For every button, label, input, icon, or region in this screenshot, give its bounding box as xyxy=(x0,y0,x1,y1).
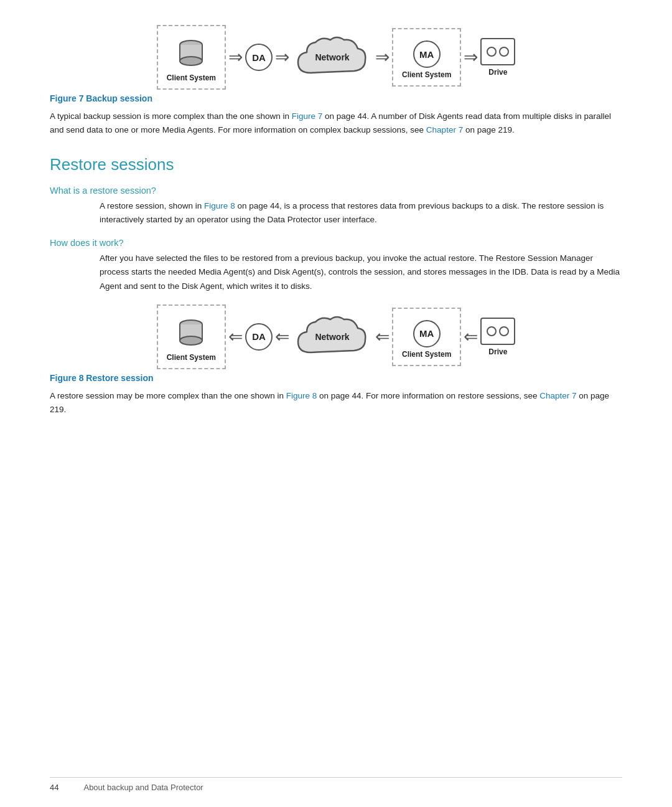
network-label-1: Network xyxy=(315,52,349,62)
drive-1: Drive xyxy=(480,38,515,77)
cloud-wrap-1: Network xyxy=(292,32,373,82)
arrow-8: ⇐ xyxy=(464,328,478,346)
client-system-label-4: Client System xyxy=(402,350,451,359)
drive-icon-1 xyxy=(480,38,515,65)
drive-label-1: Drive xyxy=(488,68,507,77)
fig8-text2: on page 44. For more information on rest… xyxy=(317,391,537,400)
chapter7-link-1[interactable]: Chapter 7 xyxy=(426,125,463,134)
drive-circle-3 xyxy=(487,326,497,336)
what-is-body: A restore session, shown in Figure 8 on … xyxy=(100,199,622,227)
figure8-link-2[interactable]: Figure 8 xyxy=(286,391,317,400)
da-wrap-2: DA xyxy=(245,323,273,351)
arrow-1: ⇒ xyxy=(228,49,243,66)
arrow-4: ⇒ xyxy=(464,49,478,66)
figure7-body: A typical backup session is more complex… xyxy=(50,110,622,138)
client-system-box-2: MA Client System xyxy=(392,28,461,87)
figure7-caption: Figure 7 Backup session xyxy=(50,93,622,103)
page: Client System ⇒ DA ⇒ Network ⇒ xyxy=(0,0,672,807)
backup-diagram: Client System ⇒ DA ⇒ Network ⇒ xyxy=(157,25,516,90)
arrow-3: ⇒ xyxy=(375,49,390,66)
how-does-subsection: How does it work? xyxy=(50,238,622,248)
client-system-label-1: Client System xyxy=(167,73,216,82)
fig7-text3: on page 219. xyxy=(463,125,515,134)
restore-diagram: Client System ⇐ DA ⇐ Network ⇐ xyxy=(157,304,516,369)
db-icon-2 xyxy=(174,317,208,351)
footer-page: 44 xyxy=(50,783,58,792)
figure8-body: A restore session may be more complex th… xyxy=(50,389,622,417)
da-wrap-1: DA xyxy=(245,44,273,71)
svg-point-7 xyxy=(180,336,202,345)
ma-label-2: MA xyxy=(413,320,441,347)
da-label-2: DA xyxy=(245,323,273,351)
drive-2: Drive xyxy=(480,318,515,356)
drive-circle-4 xyxy=(499,326,509,336)
cloud-2: Network xyxy=(292,312,373,362)
arrow-5: ⇐ xyxy=(228,328,243,346)
how-does-body: After you have selected the files to be … xyxy=(100,252,622,293)
drive-circle-1 xyxy=(487,47,497,57)
arrow-6: ⇐ xyxy=(275,328,289,346)
svg-point-2 xyxy=(180,57,202,65)
db-icon-1 xyxy=(174,37,208,71)
figure8-diagram: Client System ⇐ DA ⇐ Network ⇐ xyxy=(50,304,622,369)
client-system-label-3: Client System xyxy=(167,353,216,362)
footer-text: About backup and Data Protector xyxy=(83,783,203,792)
network-label-2: Network xyxy=(315,332,349,342)
client-system-label-2: Client System xyxy=(402,70,451,79)
drive-icon-2 xyxy=(480,318,515,345)
cloud-wrap-2: Network xyxy=(292,312,373,362)
figure8-link-1[interactable]: Figure 8 xyxy=(204,201,235,210)
cloud-1: Network xyxy=(292,32,373,82)
fig7-text1: A typical backup session is more complex… xyxy=(50,111,289,121)
footer: 44 About backup and Data Protector xyxy=(50,777,622,792)
what-is-text1: A restore session, shown in xyxy=(100,201,202,210)
client-system-box-3: Client System xyxy=(157,304,226,369)
drive-label-2: Drive xyxy=(488,347,507,356)
what-is-text: A restore session, shown in Figure 8 on … xyxy=(100,199,622,227)
client-system-box-4: MA Client System xyxy=(392,308,461,366)
arrow-2: ⇒ xyxy=(275,49,289,66)
chapter7-link-2[interactable]: Chapter 7 xyxy=(539,391,576,400)
drive-circle-2 xyxy=(499,47,509,57)
client-system-box-1: Client System xyxy=(157,25,226,90)
restore-sessions-title: Restore sessions xyxy=(50,155,622,174)
ma-label-1: MA xyxy=(413,40,441,68)
fig8-text1: A restore session may be more complex th… xyxy=(50,391,284,400)
figure7-link[interactable]: Figure 7 xyxy=(292,111,323,121)
how-does-text: After you have selected the files to be … xyxy=(100,252,622,293)
da-label-1: DA xyxy=(245,44,273,71)
figure7-diagram: Client System ⇒ DA ⇒ Network ⇒ xyxy=(50,25,622,90)
figure8-caption: Figure 8 Restore session xyxy=(50,373,622,383)
what-is-subsection: What is a restore session? xyxy=(50,186,622,196)
arrow-7: ⇐ xyxy=(375,328,390,346)
